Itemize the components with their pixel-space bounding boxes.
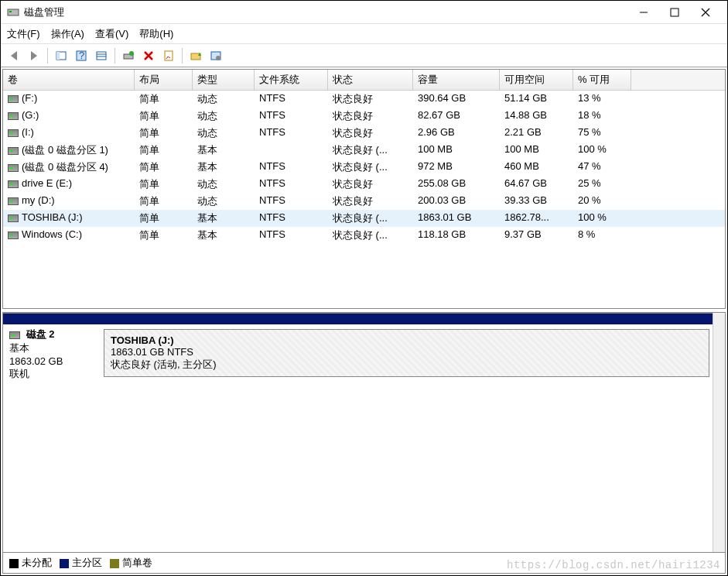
volume-free: 100 MB <box>500 142 573 158</box>
refresh-button[interactable] <box>120 47 137 64</box>
disk-size: 1863.02 GB <box>9 355 63 367</box>
volume-type: 动态 <box>193 177 255 192</box>
vertical-scrollbar[interactable] <box>713 313 725 552</box>
disk-type: 基本 <box>9 342 29 354</box>
volume-fs: NTFS <box>255 177 328 192</box>
volume-capacity: 390.64 GB <box>413 91 500 107</box>
volume-free: 51.14 GB <box>500 91 573 107</box>
delete-button[interactable] <box>140 47 157 64</box>
volume-row[interactable]: (磁盘 0 磁盘分区 1)简单基本状态良好 (...100 MB100 MB10… <box>3 142 725 159</box>
volume-row[interactable]: Windows (C:)简单基本NTFS状态良好 (...118.18 GB9.… <box>3 227 725 244</box>
menu-view[interactable]: 查看(V) <box>95 27 128 41</box>
volume-name: my (D:) <box>22 194 55 206</box>
volume-row[interactable]: TOSHIBA (J:)简单基本NTFS状态良好 (...1863.01 GB1… <box>3 210 725 227</box>
volume-icon <box>8 197 19 205</box>
col-percent[interactable]: % 可用 <box>573 70 631 90</box>
svg-rect-1 <box>9 11 12 12</box>
volume-fs <box>255 142 328 158</box>
svg-rect-12 <box>97 52 106 60</box>
volume-type: 动态 <box>193 125 255 141</box>
volume-free: 64.67 GB <box>500 177 573 192</box>
col-free[interactable]: 可用空间 <box>500 70 573 90</box>
col-type[interactable]: 类型 <box>193 70 255 90</box>
volume-capacity: 972 MB <box>413 159 500 175</box>
volume-type: 基本 <box>193 142 255 158</box>
properties-button[interactable] <box>160 47 177 64</box>
volume-type: 基本 <box>193 228 255 243</box>
volume-capacity: 2.96 GB <box>413 125 500 141</box>
folder-up-button[interactable] <box>187 47 204 64</box>
svg-point-16 <box>129 51 134 56</box>
details-button[interactable] <box>93 47 110 64</box>
volume-free: 460 MB <box>500 159 573 175</box>
volume-status: 状态良好 (... <box>328 142 413 158</box>
volume-name: drive E (E:) <box>22 177 72 189</box>
volume-type: 动态 <box>193 108 255 124</box>
menu-help[interactable]: 帮助(H) <box>139 27 173 41</box>
maximize-button[interactable] <box>659 2 690 23</box>
volume-layout: 简单 <box>135 159 193 175</box>
volume-row[interactable]: (磁盘 0 磁盘分区 4)简单基本NTFS状态良好 (...972 MB460 … <box>3 159 725 176</box>
menubar: 文件(F) 操作(A) 查看(V) 帮助(H) <box>1 24 727 44</box>
volume-row[interactable]: (I:)简单动态NTFS状态良好2.96 GB2.21 GB75 % <box>3 125 725 142</box>
col-capacity[interactable]: 容量 <box>413 70 500 90</box>
show-tree-button[interactable] <box>53 47 70 64</box>
svg-rect-19 <box>165 51 173 60</box>
close-button[interactable] <box>690 2 721 23</box>
partition-status: 状态良好 (活动, 主分区) <box>111 358 702 372</box>
volume-percent: 20 % <box>573 194 631 209</box>
volume-free: 14.88 GB <box>500 108 573 124</box>
partition-info: 1863.01 GB NTFS <box>111 346 702 358</box>
col-layout[interactable]: 布局 <box>135 70 193 90</box>
titlebar: 磁盘管理 <box>1 1 727 24</box>
app-icon <box>7 6 19 19</box>
volume-capacity: 118.18 GB <box>413 228 500 243</box>
volume-status: 状态良好 <box>328 177 413 192</box>
volume-free: 2.21 GB <box>500 125 573 141</box>
volume-percent: 47 % <box>573 159 631 175</box>
volume-name: (磁盘 0 磁盘分区 1) <box>22 144 108 156</box>
volume-percent: 18 % <box>573 108 631 124</box>
volume-name: TOSHIBA (J:) <box>22 211 83 223</box>
disk-partition-area: TOSHIBA (J:) 1863.01 GB NTFS 状态良好 (活动, 主… <box>104 314 713 384</box>
col-volume[interactable]: 卷 <box>3 70 135 90</box>
disk-label: 磁盘 2 基本 1863.02 GB 联机 <box>3 314 104 384</box>
volume-icon <box>8 95 19 103</box>
volume-layout: 简单 <box>135 194 193 209</box>
disk-status: 联机 <box>9 368 29 379</box>
volume-percent: 25 % <box>573 177 631 192</box>
nav-forward-button[interactable] <box>26 47 43 64</box>
nav-back-button[interactable] <box>5 47 22 64</box>
volume-row[interactable]: (G:)简单动态NTFS状态良好82.67 GB14.88 GB18 % <box>3 108 725 125</box>
volume-icon <box>8 164 19 172</box>
volume-list-pane: 卷 布局 类型 文件系统 状态 容量 可用空间 % 可用 (F:)简单动态NTF… <box>2 69 726 309</box>
volume-status: 状态良好 <box>328 108 413 124</box>
volume-layout: 简单 <box>135 177 193 192</box>
volume-name: (磁盘 0 磁盘分区 4) <box>22 161 108 173</box>
volume-name: Windows (C:) <box>22 228 82 240</box>
window-buttons <box>628 2 721 23</box>
volume-fs: NTFS <box>255 91 328 107</box>
volume-row[interactable]: drive E (E:)简单动态NTFS状态良好255.08 GB64.67 G… <box>3 176 725 193</box>
volume-status: 状态良好 (... <box>328 211 413 226</box>
volume-capacity: 255.08 GB <box>413 177 500 192</box>
volume-layout: 简单 <box>135 142 193 158</box>
partition-name: TOSHIBA (J:) <box>111 334 702 346</box>
volume-row[interactable]: my (D:)简单动态NTFS状态良好200.03 GB39.33 GB20 % <box>3 193 725 210</box>
help-button[interactable]: ? <box>73 47 90 64</box>
disk-block[interactable]: 磁盘 2 基本 1863.02 GB 联机 TOSHIBA (J:) 1863.… <box>3 313 713 384</box>
volume-name: (I:) <box>22 126 34 138</box>
col-filesystem[interactable]: 文件系统 <box>255 70 328 90</box>
list-settings-button[interactable] <box>207 47 224 64</box>
volume-row[interactable]: (F:)简单动态NTFS状态良好390.64 GB51.14 GB13 % <box>3 91 725 108</box>
menu-file[interactable]: 文件(F) <box>7 27 40 41</box>
volume-status: 状态良好 <box>328 91 413 107</box>
disk-name: 磁盘 2 <box>26 328 55 340</box>
volume-icon <box>8 147 19 155</box>
col-status[interactable]: 状态 <box>328 70 413 90</box>
volume-header-row: 卷 布局 类型 文件系统 状态 容量 可用空间 % 可用 <box>3 70 725 91</box>
partition-box[interactable]: TOSHIBA (J:) 1863.01 GB NTFS 状态良好 (活动, 主… <box>104 329 709 377</box>
volume-percent: 13 % <box>573 91 631 107</box>
minimize-button[interactable] <box>628 2 659 23</box>
menu-action[interactable]: 操作(A) <box>51 27 84 41</box>
